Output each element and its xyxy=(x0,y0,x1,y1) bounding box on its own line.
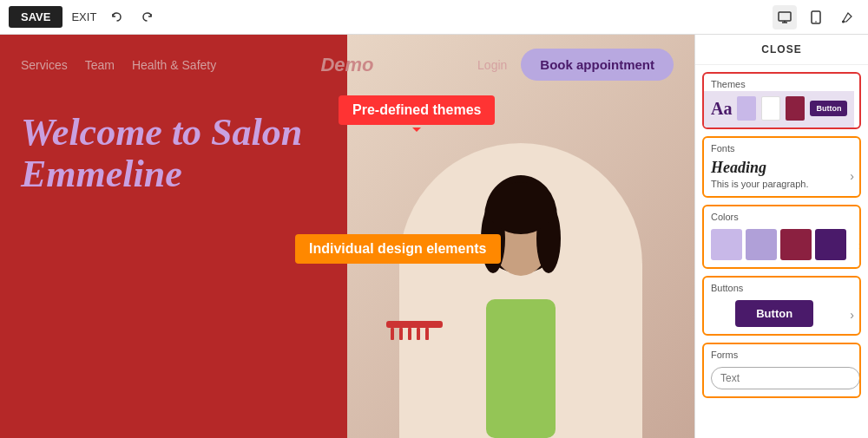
font-heading-preview: Heading xyxy=(711,159,838,177)
comb-icon xyxy=(382,299,451,351)
themes-swatch-2 xyxy=(761,96,780,121)
device-switcher xyxy=(773,5,859,29)
themes-section[interactable]: Themes Aa Button › xyxy=(702,72,861,129)
svg-rect-18 xyxy=(417,328,420,340)
buttons-section[interactable]: Buttons Button › xyxy=(702,276,861,336)
themes-body: Aa Button xyxy=(704,91,854,127)
svg-rect-14 xyxy=(386,321,443,328)
book-appointment-button[interactable]: Book appointment xyxy=(521,49,674,81)
undo-button[interactable] xyxy=(105,5,129,29)
themes-swatch-1 xyxy=(737,96,756,121)
tooltip-design: Individual design elements xyxy=(295,234,501,264)
color-swatch-2 xyxy=(746,229,777,260)
svg-point-4 xyxy=(815,21,817,23)
nav-logo: Demo xyxy=(320,54,373,76)
nav-health[interactable]: Health & Safety xyxy=(132,58,216,72)
colors-section[interactable]: Colors › xyxy=(702,205,861,269)
buttons-body: Button xyxy=(704,295,845,334)
nav-links: Services Team Health & Safety xyxy=(21,58,216,72)
fonts-chevron-icon: › xyxy=(845,169,859,183)
desktop-view-button[interactable] xyxy=(773,5,797,29)
colors-row: › xyxy=(704,224,859,267)
paint-button[interactable] xyxy=(835,5,859,29)
person-silhouette xyxy=(425,160,616,438)
colors-body xyxy=(704,224,853,267)
svg-point-13 xyxy=(488,182,554,234)
button-preview: Button xyxy=(735,300,813,327)
main-area: Services Team Health & Safety Demo Login… xyxy=(0,35,868,438)
fonts-body: Heading This is your paragraph. xyxy=(704,155,845,196)
themes-chevron-icon: › xyxy=(854,102,861,116)
themes-swatch-3 xyxy=(786,96,805,121)
nav-right: Login Book appointment xyxy=(477,49,674,81)
svg-rect-0 xyxy=(779,12,791,21)
themes-row: Aa Button › xyxy=(704,91,859,127)
svg-point-5 xyxy=(842,20,845,23)
fonts-row: Heading This is your paragraph. › xyxy=(704,155,859,196)
right-panel: CLOSE Themes Aa Button › Fonts xyxy=(694,35,868,438)
toolbar: SAVE EXIT xyxy=(0,0,868,35)
close-button[interactable]: CLOSE xyxy=(695,35,868,65)
buttons-label: Buttons xyxy=(704,278,859,295)
svg-rect-9 xyxy=(486,299,556,438)
svg-rect-15 xyxy=(391,328,394,340)
themes-btn-preview: Button xyxy=(810,101,847,116)
fonts-content: Heading This is your paragraph. xyxy=(704,155,845,196)
save-button[interactable]: SAVE xyxy=(9,6,62,28)
fonts-label: Fonts xyxy=(704,138,859,155)
forms-body: ✓ xyxy=(704,362,861,396)
forms-input-preview[interactable] xyxy=(711,367,860,389)
toolbar-icons xyxy=(105,5,159,29)
tooltip-themes: Pre-defined themes xyxy=(339,95,495,125)
fonts-section[interactable]: Fonts Heading This is your paragraph. › xyxy=(702,136,861,198)
exit-button[interactable]: EXIT xyxy=(71,10,96,23)
forms-row: ✓ › xyxy=(704,362,859,396)
svg-rect-17 xyxy=(408,328,411,340)
buttons-chevron-icon: › xyxy=(845,308,859,322)
buttons-content: Button xyxy=(704,295,845,334)
forms-section[interactable]: Forms ✓ › xyxy=(702,343,861,398)
svg-rect-16 xyxy=(399,328,403,340)
color-swatch-4 xyxy=(815,229,846,260)
colors-swatches xyxy=(704,224,853,267)
color-swatch-1 xyxy=(711,229,742,260)
color-swatch-3 xyxy=(780,229,812,260)
nav-login[interactable]: Login xyxy=(477,58,507,72)
buttons-row: Button › xyxy=(704,295,859,334)
colors-label: Colors xyxy=(704,206,859,224)
colors-chevron-icon: › xyxy=(853,239,861,252)
hero-title: Welcome to Salon Emmeline xyxy=(21,112,351,196)
redo-button[interactable] xyxy=(135,5,159,29)
forms-label: Forms xyxy=(704,344,859,362)
website-preview: Services Team Health & Safety Demo Login… xyxy=(0,35,694,438)
themes-preview: Aa Button xyxy=(704,91,854,127)
themes-aa-text: Aa xyxy=(711,99,732,119)
svg-rect-19 xyxy=(425,328,429,340)
themes-label: Themes xyxy=(704,74,859,91)
nav-team[interactable]: Team xyxy=(85,58,115,72)
tablet-view-button[interactable] xyxy=(804,5,828,29)
forms-content: ✓ xyxy=(704,362,861,396)
font-paragraph-preview: This is your paragraph. xyxy=(711,179,838,189)
preview-nav: Services Team Health & Safety Demo Login… xyxy=(0,35,694,95)
nav-services[interactable]: Services xyxy=(21,58,68,72)
